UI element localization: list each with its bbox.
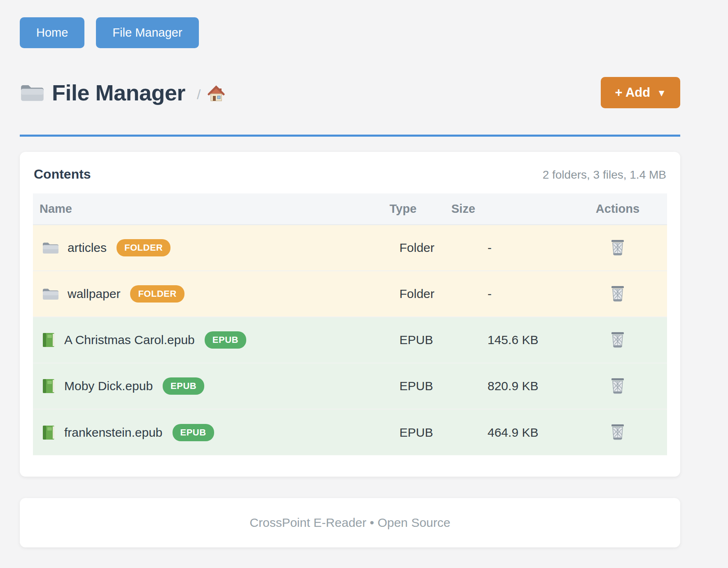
green-book-icon [42, 425, 55, 440]
type-cell: Folder [383, 271, 445, 317]
contents-heading: Contents [34, 167, 91, 182]
type-cell: EPUB [383, 409, 445, 455]
delete-button[interactable] [608, 376, 628, 396]
column-header-actions: Actions [568, 193, 667, 225]
page: Home File Manager File Manager / + Add ▼… [0, 0, 728, 547]
size-cell: - [445, 271, 568, 317]
folder-icon [20, 83, 44, 102]
column-header-name: Name [33, 193, 383, 225]
file-name: articles [68, 241, 107, 255]
trash-icon [610, 251, 625, 257]
column-header-size: Size [445, 193, 568, 225]
type-cell: EPUB [383, 317, 445, 363]
delete-button[interactable] [608, 422, 628, 442]
add-button-label: + Add [615, 85, 650, 100]
folder-icon [42, 287, 58, 300]
footer-text: CrossPoint E-Reader • Open Source [250, 516, 450, 530]
footer: CrossPoint E-Reader • Open Source [20, 498, 680, 547]
green-book-icon [42, 378, 55, 394]
type-badge: EPUB [163, 377, 204, 395]
green-book-icon [42, 332, 55, 348]
contents-header: Contents 2 folders, 3 files, 1.4 MB [33, 167, 667, 182]
table-row[interactable]: articles FOLDER Folder - [33, 225, 667, 271]
file-name: frankenstein.epub [64, 426, 163, 440]
file-name: A Christmas Carol.epub [64, 333, 195, 347]
table-header-row: Name Type Size Actions [33, 193, 667, 225]
type-cell: Folder [383, 225, 445, 271]
table-row[interactable]: A Christmas Carol.epub EPUB EPUB 145.6 K… [33, 317, 667, 363]
trash-icon [610, 343, 625, 349]
size-cell: 464.9 KB [445, 409, 568, 455]
trash-icon [610, 389, 625, 395]
type-badge: FOLDER [130, 285, 184, 303]
table-row[interactable]: frankenstein.epub EPUB EPUB 464.9 KB [33, 409, 667, 455]
size-cell: - [445, 225, 568, 271]
nav-home-button[interactable]: Home [20, 17, 84, 48]
type-badge: EPUB [173, 424, 214, 441]
table-row[interactable]: wallpaper FOLDER Folder - [33, 271, 667, 317]
breadcrumb-separator: / [197, 86, 201, 102]
table-row[interactable]: Moby Dick.epub EPUB EPUB 820.9 KB [33, 363, 667, 409]
title-divider [20, 135, 680, 137]
size-cell: 145.6 KB [445, 317, 568, 363]
file-name: wallpaper [68, 287, 120, 301]
delete-button[interactable] [608, 330, 628, 349]
page-title: File Manager [52, 80, 185, 105]
file-name: Moby Dick.epub [64, 379, 153, 393]
type-badge: FOLDER [117, 239, 170, 256]
house-icon[interactable] [208, 83, 225, 102]
type-badge: EPUB [205, 331, 246, 349]
type-cell: EPUB [383, 363, 445, 409]
contents-card: Contents 2 folders, 3 files, 1.4 MB Name… [20, 152, 680, 477]
caret-down-icon: ▼ [657, 87, 666, 99]
add-button[interactable]: + Add ▼ [601, 77, 680, 108]
trash-icon [610, 435, 625, 441]
file-table: Name Type Size Actions articles FOLDER F… [33, 193, 667, 455]
top-nav: Home File Manager [20, 17, 680, 48]
trash-icon [610, 297, 625, 303]
delete-button[interactable] [608, 237, 628, 257]
nav-file-manager-button[interactable]: File Manager [96, 17, 198, 48]
delete-button[interactable] [608, 284, 628, 303]
folder-icon [42, 241, 58, 254]
page-header: File Manager / + Add ▼ [20, 77, 680, 108]
column-header-type: Type [383, 193, 445, 225]
contents-summary: 2 folders, 3 files, 1.4 MB [543, 168, 666, 182]
size-cell: 820.9 KB [445, 363, 568, 409]
